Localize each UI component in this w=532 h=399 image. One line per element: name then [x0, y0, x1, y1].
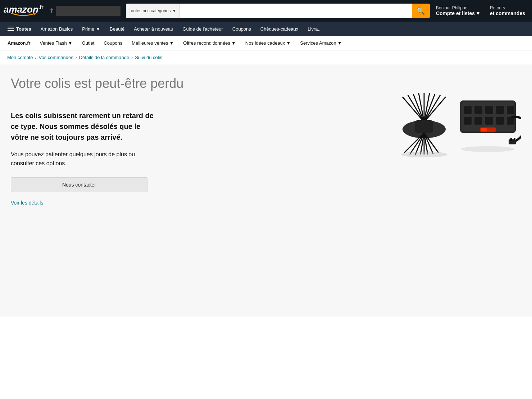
location-selector[interactable]: 📍	[46, 4, 123, 18]
main-content: Votre colis est peut-être perdu Les coli…	[0, 64, 532, 317]
services-arrow: ▼	[337, 40, 342, 46]
nav-item-cheques[interactable]: Chèques-cadeaux	[256, 23, 303, 35]
breadcrumb-suivi-colis[interactable]: Suivi du colis	[135, 55, 162, 60]
breadcrumb-vos-commandes[interactable]: Vos commandes	[39, 55, 73, 60]
svg-rect-29	[464, 117, 472, 125]
top-navigation: amazon.fr 📍 Toutes nos catégories ▼ 🔍 Bo…	[0, 0, 532, 22]
tertiary-navigation: Amazon.fr Ventes Flash ▼ Outlet Coupons …	[0, 36, 532, 50]
offres-recon-arrow: ▼	[231, 40, 236, 46]
nav-item-acheter-nouveau[interactable]: Acheter à nouveau	[130, 23, 177, 35]
nav-item-prime[interactable]: Prime ▼	[78, 23, 104, 35]
svg-line-8	[424, 94, 435, 122]
svg-rect-38	[514, 138, 515, 141]
breadcrumb-sep-2: ›	[76, 55, 77, 60]
search-button[interactable]: 🔍	[412, 4, 430, 18]
svg-rect-37	[510, 138, 512, 141]
location-icon: 📍	[49, 8, 54, 13]
nav-item-livraison[interactable]: Livra...	[304, 23, 326, 35]
idees-cadeaux-arrow: ▼	[286, 40, 291, 46]
search-category-dropdown[interactable]: Toutes nos catégories ▼	[126, 4, 180, 18]
svg-rect-28	[507, 106, 514, 114]
prime-dropdown-arrow: ▼	[96, 26, 100, 32]
meilleures-ventes-arrow: ▼	[169, 40, 174, 46]
secondary-navigation: Toutes Amazon Basics Prime ▼ Beauté Ache…	[0, 22, 532, 36]
svg-rect-33	[507, 117, 514, 125]
nav-item-beaute[interactable]: Beauté	[106, 23, 128, 35]
breadcrumb: Mon compte › Vos commandes › Détails de …	[0, 50, 532, 64]
tert-item-outlet[interactable]: Outlet	[78, 37, 99, 49]
svg-rect-35	[481, 128, 487, 131]
breadcrumb-sep-1: ›	[35, 55, 37, 60]
hamburger-icon	[8, 27, 14, 31]
nav-item-guide[interactable]: Guide de l'acheteur	[178, 23, 227, 35]
search-input[interactable]	[179, 4, 412, 18]
tert-item-coupons[interactable]: Coupons	[100, 37, 126, 49]
nav-item-amazon-basics[interactable]: Amazon Basics	[37, 23, 77, 35]
nav-item-coupons[interactable]: Coupons	[228, 23, 255, 35]
content-area: Votre colis est peut-être perdu Les coli…	[11, 75, 521, 206]
search-icon: 🔍	[416, 6, 425, 15]
bold-message: Les colis subissent rarement un retard d…	[11, 110, 155, 143]
svg-rect-12	[415, 120, 433, 133]
page-title: Votre colis est peut-être perdu	[11, 75, 234, 92]
tert-item-services-amazon[interactable]: Services Amazon ▼	[296, 37, 346, 49]
svg-rect-24	[464, 106, 472, 114]
svg-rect-30	[474, 117, 482, 125]
normal-message: Vous pouvez patienter quelques jours de …	[11, 150, 147, 168]
svg-line-2	[403, 97, 424, 122]
voir-details-link[interactable]: Voir les détails	[11, 200, 43, 206]
tert-item-meilleures-ventes[interactable]: Meilleures ventes ▼	[128, 37, 178, 49]
amazon-logo[interactable]: amazon.fr	[4, 5, 44, 17]
svg-rect-27	[496, 106, 504, 114]
ventes-flash-arrow: ▼	[68, 40, 73, 46]
location-input[interactable]	[56, 6, 121, 16]
contact-button[interactable]: Nous contacter	[11, 177, 147, 192]
svg-rect-32	[496, 117, 504, 125]
svg-line-10	[424, 97, 446, 122]
tert-item-amazon-fr[interactable]: Amazon.fr	[4, 37, 35, 49]
svg-rect-25	[474, 106, 482, 114]
breadcrumb-sep-3: ›	[131, 55, 133, 60]
account-menu[interactable]: Bonjour Philippe Compte et listes ▼	[433, 4, 484, 18]
search-bar: Toutes nos catégories ▼ 🔍	[126, 4, 430, 18]
all-menu-button[interactable]: Toutes	[4, 23, 35, 35]
tert-item-ventes-flash[interactable]: Ventes Flash ▼	[36, 37, 77, 49]
svg-point-39	[461, 146, 515, 152]
product-images	[385, 75, 521, 158]
breadcrumb-mon-compte[interactable]: Mon compte	[7, 55, 33, 60]
svg-line-4	[413, 94, 424, 122]
account-dropdown-arrow: ▼	[476, 10, 481, 16]
product-illustration	[385, 79, 521, 158]
breadcrumb-details-commande[interactable]: Détails de la commande	[79, 55, 129, 60]
svg-rect-26	[485, 106, 493, 114]
svg-point-21	[401, 152, 447, 157]
returns-menu[interactable]: Retours et commandes	[487, 4, 528, 18]
tert-item-offres-recon[interactable]: Offres reconditionnées ▼	[179, 37, 240, 49]
left-content: Votre colis est peut-être perdu Les coli…	[11, 75, 234, 206]
svg-rect-31	[485, 117, 493, 125]
dropdown-arrow-icon: ▼	[172, 8, 177, 13]
tert-item-idees-cadeaux[interactable]: Nos idées cadeaux ▼	[241, 37, 295, 49]
